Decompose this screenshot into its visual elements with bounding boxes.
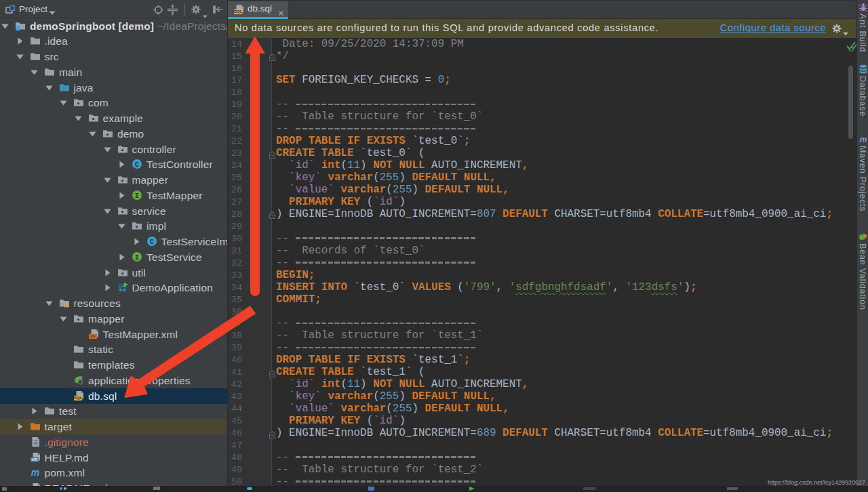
svg-text:C: C [135, 161, 140, 169]
svg-text:MD: MD [31, 457, 38, 462]
svg-text:m: m [860, 135, 867, 144]
svg-text:SQL: SQL [234, 9, 243, 14]
svg-text:<>: <> [90, 333, 96, 338]
svg-text:m: m [31, 467, 39, 478]
svg-text:I: I [135, 253, 139, 261]
svg-text:C: C [149, 238, 154, 246]
svg-text:I: I [135, 191, 139, 199]
svg-text:SQL: SQL [74, 395, 83, 400]
